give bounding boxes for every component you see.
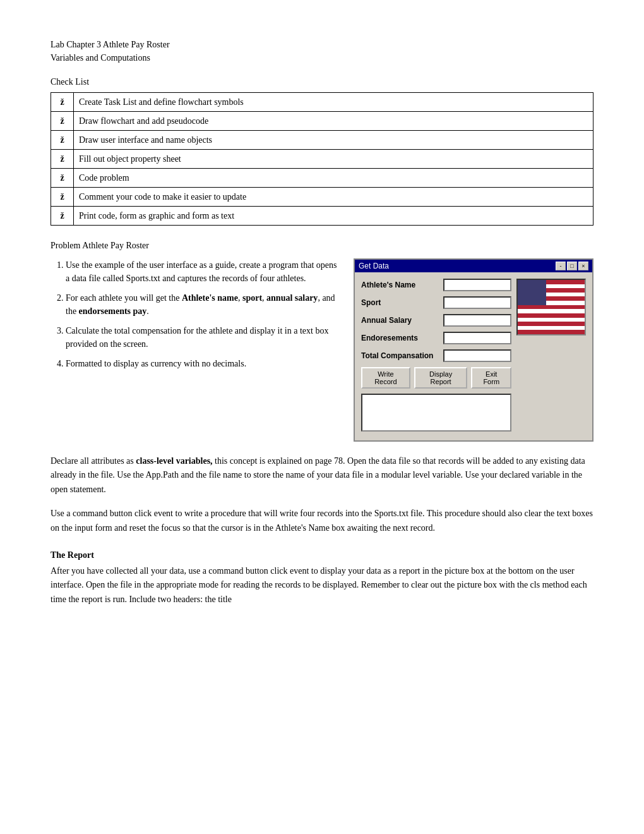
checklist-text: Fill out object property sheet — [74, 150, 593, 169]
report-paragraph: After you have collected all your data, … — [51, 564, 593, 607]
input-total-compensation[interactable] — [443, 349, 511, 362]
report-section-header: The Report — [51, 550, 593, 560]
checklist-text: Print code, form as graphic and form as … — [74, 207, 593, 226]
label-endorsements: Endoresements — [361, 334, 443, 342]
checklist-row: žPrint code, form as graphic and form as… — [51, 207, 593, 226]
field-row-sport: Sport — [361, 296, 511, 309]
field-row-salary: Annual Salary — [361, 314, 511, 327]
checklist-row: žCode problem — [51, 169, 593, 188]
checklist-text: Draw user interface and name objects — [74, 131, 593, 150]
vb-close-button[interactable]: × — [578, 262, 588, 270]
vb-image-area — [516, 279, 586, 434]
vb-form-body: Athlete's Name Sport Annual Salary Endor… — [355, 272, 592, 440]
instruction-item: Calculate the total compensation for the… — [66, 324, 341, 351]
checklist-row: žCreate Task List and define flowchart s… — [51, 93, 593, 112]
vb-picturebox — [361, 394, 511, 432]
checklist-text: Create Task List and define flowchart sy… — [74, 93, 593, 112]
field-row-endorsements: Endoresements — [361, 332, 511, 344]
input-endorsements[interactable] — [443, 332, 511, 344]
checklist-check: ž — [51, 131, 74, 150]
checklist-text: Comment your code to make it easier to u… — [74, 188, 593, 207]
checklist-row: žDraw user interface and name objects — [51, 131, 593, 150]
exit-form-button[interactable]: Exit Form — [471, 367, 511, 389]
checklist-check: ž — [51, 93, 74, 112]
checklist-check: ž — [51, 207, 74, 226]
bold-class-level: class-level variables, — [136, 456, 212, 466]
display-report-button[interactable]: Display Report — [414, 367, 468, 389]
checklist-label: Check List — [51, 77, 593, 87]
instruction-item: For each athlete you will get the Athlet… — [66, 291, 341, 318]
input-athletes-name[interactable] — [443, 279, 511, 291]
vb-maximize-button[interactable]: □ — [567, 262, 577, 270]
vb-titlebar: Get Data - □ × — [355, 260, 592, 272]
write-record-button[interactable]: Write Record — [361, 367, 410, 389]
title-block: Lab Chapter 3 Athlete Pay Roster Variabl… — [51, 38, 593, 64]
vb-form-title: Get Data — [359, 262, 389, 270]
checklist-text: Code problem — [74, 169, 593, 188]
vb-buttons-area: Write Record Display Report Exit Form — [361, 367, 511, 389]
checklist-check: ž — [51, 188, 74, 207]
checklist-table: žCreate Task List and define flowchart s… — [51, 92, 593, 226]
checklist-row: žDraw flowchart and add pseudocode — [51, 112, 593, 131]
command-button-paragraph: Use a command button click event to writ… — [51, 507, 593, 535]
label-sport: Sport — [361, 298, 443, 307]
instruction-item: Formatted to display as currency with no… — [66, 357, 341, 370]
vb-fields-area: Athlete's Name Sport Annual Salary Endor… — [361, 279, 511, 434]
title-line2: Variables and Computations — [51, 51, 593, 64]
vb-flag-image — [516, 279, 586, 335]
problem-title: Problem Athlete Pay Roster — [51, 241, 593, 251]
checklist-row: žFill out object property sheet — [51, 150, 593, 169]
title-line1: Lab Chapter 3 Athlete Pay Roster — [51, 38, 593, 51]
label-annual-salary: Annual Salary — [361, 316, 443, 325]
checklist-text: Draw flowchart and add pseudocode — [74, 112, 593, 131]
flag-stripes — [518, 280, 585, 334]
checklist-check: ž — [51, 150, 74, 169]
flag-canton — [518, 280, 546, 305]
input-annual-salary[interactable] — [443, 314, 511, 327]
field-row-total: Total Compansation — [361, 349, 511, 362]
instructions-list: Use the example of the user interface as… — [51, 258, 341, 442]
label-total-compensation: Total Compansation — [361, 351, 443, 360]
vb-titlebar-controls: - □ × — [556, 262, 588, 270]
declare-paragraph: Declare all attributes as class-level va… — [51, 454, 593, 497]
input-sport[interactable] — [443, 296, 511, 309]
field-row-name: Athlete's Name — [361, 279, 511, 291]
checklist-row: žComment your code to make it easier to … — [51, 188, 593, 207]
checklist-check: ž — [51, 112, 74, 131]
checklist-check: ž — [51, 169, 74, 188]
label-athletes-name: Athlete's Name — [361, 281, 443, 289]
instruction-item: Use the example of the user interface as… — [66, 258, 341, 285]
vb-form: Get Data - □ × Athlete's Name Sport — [354, 258, 593, 442]
vb-minimize-button[interactable]: - — [556, 262, 566, 270]
